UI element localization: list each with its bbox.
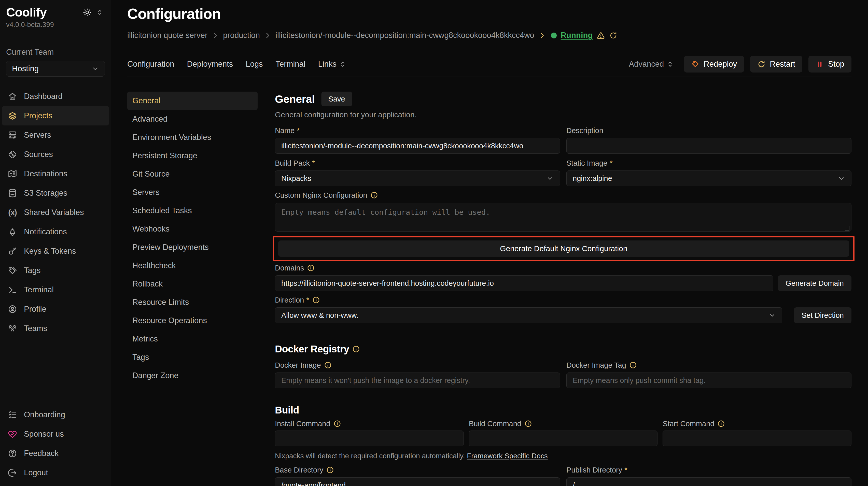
sidebar-item-keys-tokens[interactable]: Keys & Tokens [2, 241, 109, 261]
subnav-item-tags[interactable]: Tags [127, 348, 257, 366]
info-icon[interactable] [629, 361, 637, 369]
subnav-item-danger-zone[interactable]: Danger Zone [127, 366, 257, 385]
tab-configuration[interactable]: Configuration [127, 60, 174, 69]
refresh-status-icon[interactable] [609, 31, 618, 40]
tab-links[interactable]: Links [318, 60, 346, 69]
users-icon [8, 324, 17, 333]
key-icon [8, 246, 17, 256]
heart-hands-icon [8, 429, 17, 439]
sidebar-item-tags[interactable]: Tags [2, 261, 109, 280]
subnav-item-webhooks[interactable]: Webhooks [127, 220, 257, 238]
breadcrumb-project[interactable]: illicitonion quote server [127, 31, 208, 40]
framework-docs-link[interactable]: Framework Specific Docs [467, 452, 548, 460]
theme-toggle-sun-icon[interactable] [83, 8, 91, 17]
redeploy-button[interactable]: Redeploy [684, 56, 744, 72]
subnav-item-healthcheck[interactable]: Healthcheck [127, 257, 257, 275]
home-icon [8, 92, 17, 101]
breadcrumb-environment[interactable]: production [223, 31, 260, 40]
nginx-config-textarea[interactable] [275, 203, 851, 232]
sidebar-item-destinations[interactable]: Destinations [2, 164, 109, 184]
base-directory-input[interactable] [275, 477, 560, 486]
section-title-docker-registry: Docker Registry [275, 344, 851, 355]
name-input[interactable] [275, 138, 560, 154]
info-icon[interactable] [717, 420, 725, 427]
breadcrumb-resource[interactable]: illicitestonion/-module--decomposition:m… [275, 31, 534, 40]
tab-terminal[interactable]: Terminal [276, 60, 306, 69]
sidebar-item-onboarding[interactable]: Onboarding [2, 405, 109, 424]
subnav-item-rollback[interactable]: Rollback [127, 275, 257, 293]
install-command-input[interactable] [275, 430, 464, 446]
general-form: General Save General configuration for y… [275, 92, 851, 486]
info-icon[interactable] [352, 345, 360, 353]
static-image-select[interactable]: nginx:alpine [566, 170, 851, 186]
chevron-right-icon [538, 32, 546, 39]
subnav-item-resource-operations[interactable]: Resource Operations [127, 312, 257, 330]
domains-input[interactable] [275, 275, 773, 291]
team-select[interactable]: Hosting [6, 61, 105, 76]
subnav-item-persistent-storage[interactable]: Persistent Storage [127, 147, 257, 165]
direction-select[interactable]: Allow www & non-www. [275, 307, 782, 323]
save-button[interactable]: Save [321, 92, 352, 106]
subnav-item-resource-limits[interactable]: Resource Limits [127, 293, 257, 312]
sidebar-item-shared-variables[interactable]: (x) Shared Variables [2, 203, 109, 222]
restart-button[interactable]: Restart [750, 56, 802, 72]
build-pack-select[interactable]: Nixpacks [275, 170, 560, 186]
help-circle-icon [8, 449, 17, 458]
annotation-highlight-box: Generate Default Nginx Configuration [273, 236, 855, 261]
status-running-link[interactable]: Running [561, 31, 593, 40]
app-logo[interactable]: Coolify [6, 5, 46, 19]
tab-logs[interactable]: Logs [246, 60, 263, 69]
app-version: v4.0.0-beta.399 [0, 19, 111, 29]
stop-button[interactable]: Stop [808, 56, 851, 72]
sidebar-item-s3-storages[interactable]: S3 Storages [2, 184, 109, 203]
sidebar-item-terminal[interactable]: Terminal [2, 280, 109, 299]
tab-deployments[interactable]: Deployments [187, 60, 233, 69]
info-icon[interactable] [324, 361, 332, 369]
sidebar-item-projects[interactable]: Projects [2, 106, 109, 125]
sidebar-item-logout[interactable]: Logout [2, 463, 109, 482]
generate-nginx-config-button[interactable]: Generate Default Nginx Configuration [278, 240, 849, 257]
sidebar-item-profile[interactable]: Profile [2, 299, 109, 319]
subnav-item-git-source[interactable]: Git Source [127, 165, 257, 183]
subnav-item-metrics[interactable]: Metrics [127, 330, 257, 348]
subnav-item-environment-variables[interactable]: Environment Variables [127, 128, 257, 147]
description-input[interactable] [566, 138, 851, 154]
sidebar-item-dashboard[interactable]: Dashboard [2, 87, 109, 106]
build-command-input[interactable] [469, 430, 658, 446]
git-icon [8, 150, 17, 159]
sidebar-item-notifications[interactable]: Notifications [2, 222, 109, 241]
sidebar-item-sources[interactable]: Sources [2, 145, 109, 164]
docker-image-tag-input[interactable] [566, 372, 851, 388]
start-command-label: Start Command [662, 419, 851, 428]
info-icon[interactable] [312, 296, 320, 304]
subnav-item-servers[interactable]: Servers [127, 183, 257, 201]
nixpacks-note: Nixpacks will detect the required config… [275, 452, 851, 460]
sidebar-item-servers[interactable]: Servers [2, 125, 109, 145]
generate-domain-button[interactable]: Generate Domain [778, 275, 851, 291]
subnav-item-advanced[interactable]: Advanced [127, 110, 257, 128]
subnav-item-scheduled-tasks[interactable]: Scheduled Tasks [127, 201, 257, 220]
publish-directory-input[interactable] [566, 477, 851, 486]
stop-pause-icon [815, 60, 824, 68]
sidebar-item-label: Onboarding [24, 410, 65, 419]
start-command-input[interactable] [662, 430, 851, 446]
sidebar-item-feedback[interactable]: Feedback [2, 444, 109, 463]
breadcrumb: illicitonion quote server production ill… [127, 31, 851, 40]
subnav-item-general[interactable]: General [127, 92, 257, 110]
info-icon[interactable] [307, 264, 315, 272]
info-icon[interactable] [334, 420, 341, 427]
build-pack-label: Build Pack* [275, 158, 560, 168]
warning-icon[interactable] [597, 31, 605, 40]
sidebar-item-sponsor[interactable]: Sponsor us [2, 424, 109, 444]
docker-image-input[interactable] [275, 372, 560, 388]
sidebar-collapse-icon[interactable] [96, 9, 103, 16]
info-icon[interactable] [524, 420, 532, 427]
info-icon[interactable] [326, 466, 334, 474]
advanced-menu[interactable]: Advanced [629, 60, 674, 69]
info-icon[interactable] [370, 191, 378, 199]
sidebar-item-teams[interactable]: Teams [2, 319, 109, 338]
team-select-value: Hosting [12, 64, 39, 73]
set-direction-button[interactable]: Set Direction [794, 307, 851, 323]
subnav-item-preview-deployments[interactable]: Preview Deployments [127, 238, 257, 257]
logout-icon [8, 468, 17, 478]
